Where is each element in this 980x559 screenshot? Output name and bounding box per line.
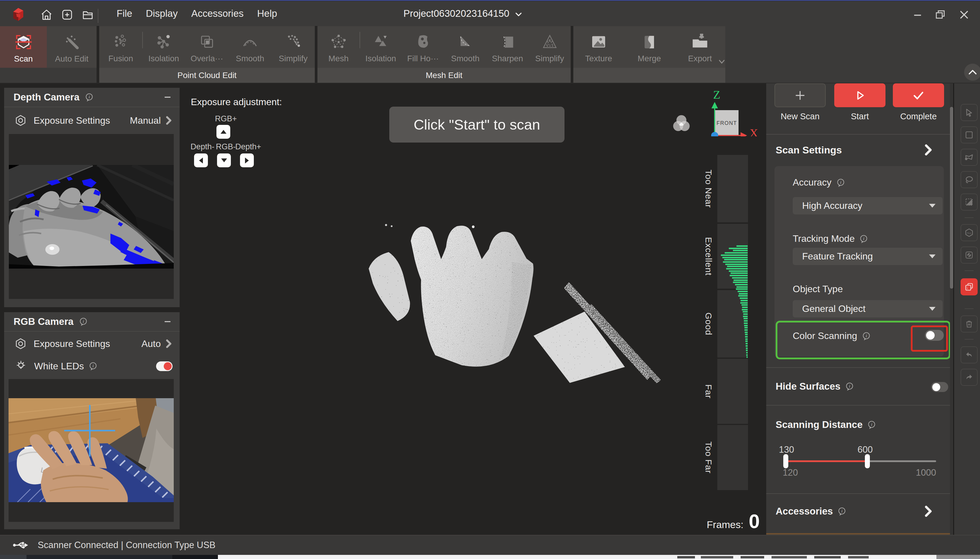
close-button[interactable] xyxy=(958,8,970,21)
exposure-adjustment-widget: Exposure adjustment: RGB+ Depth- RGB- De… xyxy=(191,97,282,108)
quality-bar xyxy=(745,343,748,344)
rgb-exposure-row[interactable]: Exposure Settings Auto xyxy=(4,332,180,356)
info-icon[interactable]: i xyxy=(836,178,845,187)
revo-scan-window: File Display Accessories Help Project063… xyxy=(0,0,980,559)
svg-text:i: i xyxy=(89,94,90,99)
depth-plus-button[interactable] xyxy=(240,154,254,167)
exposure-adjustment-title: Exposure adjustment: xyxy=(191,97,282,108)
button-fusion[interactable]: Fusion xyxy=(99,26,142,68)
button-merge-label: Merge xyxy=(638,54,661,63)
scan-settings-header[interactable]: Scan Settings xyxy=(776,144,940,156)
right-panel-scrollbar[interactable] xyxy=(950,83,953,535)
quality-label-too-far: Too Far xyxy=(702,425,715,490)
tool-plane-trim[interactable] xyxy=(960,194,978,210)
x-axis-label: X xyxy=(750,126,758,136)
slider-handle-far[interactable] xyxy=(865,454,870,468)
color-channels-icon[interactable] xyxy=(671,114,691,134)
button-fill-holes[interactable]: Fill Ho··· xyxy=(402,26,444,68)
button-sharpen[interactable]: Sharpen xyxy=(486,26,529,68)
white-leds-toggle[interactable] xyxy=(156,361,173,371)
depth-exposure-row[interactable]: Exposure Settings Manual xyxy=(4,107,180,134)
button-simplify-mesh[interactable]: Simplify xyxy=(529,26,571,68)
app-logo xyxy=(13,8,23,21)
button-merge[interactable]: Merge xyxy=(624,26,674,68)
button-mesh[interactable]: Mesh xyxy=(317,26,360,68)
quality-bar xyxy=(724,259,748,260)
rgb-plus-button[interactable] xyxy=(216,125,230,139)
info-icon[interactable]: i xyxy=(838,507,846,516)
simplify-pc-icon xyxy=(284,26,303,51)
trash-icon xyxy=(964,319,974,329)
tool-undo[interactable] xyxy=(960,346,978,364)
menu-accessories[interactable]: Accessories xyxy=(184,1,250,26)
slider-handle-near[interactable] xyxy=(783,454,788,468)
button-isolation-mesh[interactable]: Isolation xyxy=(360,26,402,68)
accessories-header[interactable]: Accessories i xyxy=(776,505,940,518)
merge-icon xyxy=(640,26,659,51)
accuracy-dropdown[interactable]: High Accuracy xyxy=(793,197,943,214)
quality-bar xyxy=(747,356,748,358)
tab-auto-edit[interactable]: Auto Edit xyxy=(47,26,97,68)
fusion-icon xyxy=(111,26,130,51)
tool-select-cursor[interactable] xyxy=(960,104,978,121)
start-button[interactable] xyxy=(834,83,886,107)
button-overlap[interactable]: Overla··· xyxy=(185,26,228,68)
tool-connected-domain[interactable] xyxy=(960,278,978,295)
menu-display[interactable]: Display xyxy=(139,1,184,26)
quality-bar xyxy=(744,322,748,324)
quality-bar xyxy=(744,329,748,331)
quality-zone-too-far xyxy=(717,425,748,490)
button-texture[interactable]: Texture xyxy=(573,26,624,68)
ribbon-collapse-button[interactable] xyxy=(964,64,980,81)
rgb-plus-label: RGB+ xyxy=(215,114,235,123)
new-project-button[interactable] xyxy=(61,8,74,21)
info-icon[interactable]: i xyxy=(859,235,868,243)
connected-domain-icon xyxy=(964,282,974,292)
button-smooth-mesh[interactable]: Smooth xyxy=(444,26,486,68)
tool-lasso-select[interactable] xyxy=(960,171,978,188)
hide-surfaces-toggle[interactable] xyxy=(931,382,948,392)
tool-rect-select[interactable] xyxy=(960,126,978,144)
group-mesh-edit-label: Mesh Edit xyxy=(317,68,571,83)
info-icon[interactable]: i xyxy=(867,420,876,429)
scan-icon xyxy=(14,26,33,52)
info-icon[interactable]: i xyxy=(845,382,854,391)
restore-button[interactable] xyxy=(934,8,947,21)
menu-help[interactable]: Help xyxy=(250,1,284,26)
quality-bar xyxy=(740,300,748,301)
project-title-dropdown[interactable]: Project06302023164150 xyxy=(403,1,524,26)
scrollbar-thumb[interactable] xyxy=(950,107,953,289)
axis-orientation-widget[interactable]: FRONT Z X xyxy=(704,83,766,136)
export-dropdown-chevron[interactable] xyxy=(717,58,726,65)
tab-scan[interactable]: Scan xyxy=(0,26,47,68)
button-smooth-pc[interactable]: Smooth xyxy=(228,26,271,68)
rgb-minus-button[interactable] xyxy=(217,154,231,167)
rgb-exposure-label: Exposure Settings xyxy=(33,338,110,349)
info-icon[interactable]: i xyxy=(85,93,94,102)
tool-redo[interactable] xyxy=(960,369,978,386)
collapse-panel-icon[interactable] xyxy=(162,317,173,327)
dropdown-caret-icon xyxy=(929,204,935,208)
home-button[interactable] xyxy=(40,8,53,21)
info-icon[interactable]: i xyxy=(89,362,98,370)
tool-deselect[interactable] xyxy=(960,246,978,264)
tool-polygon-select[interactable] xyxy=(960,149,978,166)
button-simplify-pc[interactable]: Simplify xyxy=(271,26,315,68)
quality-bar xyxy=(740,298,748,299)
open-project-button[interactable] xyxy=(81,8,94,21)
menu-file[interactable]: File xyxy=(110,1,139,26)
button-smooth-pc-label: Smooth xyxy=(236,54,264,63)
tool-select-all[interactable]: ALL xyxy=(960,224,978,241)
tracking-mode-dropdown[interactable]: Feature Tracking xyxy=(793,248,943,265)
button-isolation-pc[interactable]: Isolation xyxy=(142,26,185,68)
depth-minus-button[interactable] xyxy=(194,154,208,167)
tool-delete[interactable] xyxy=(960,316,978,332)
collapse-panel-icon[interactable] xyxy=(162,92,173,102)
new-scan-button[interactable] xyxy=(775,83,826,107)
info-icon[interactable]: i xyxy=(79,317,88,326)
object-type-dropdown[interactable]: General Object xyxy=(793,300,943,318)
complete-button[interactable] xyxy=(893,83,944,107)
minimize-button[interactable] xyxy=(911,8,924,21)
svg-text:i: i xyxy=(841,509,843,513)
overlap-icon xyxy=(198,26,216,51)
